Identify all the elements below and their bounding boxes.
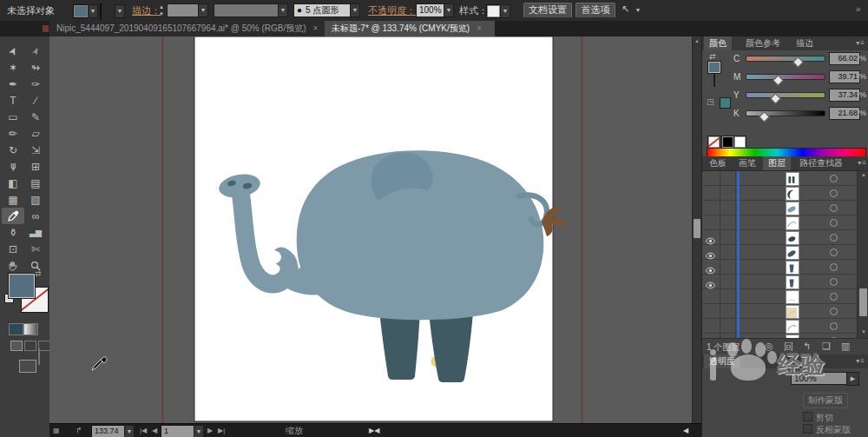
color-mode-button[interactable] [9, 323, 23, 335]
layer-thumbnail[interactable] [786, 290, 799, 304]
gradient-mode-button[interactable] [23, 323, 38, 335]
canvas-area[interactable] [49, 36, 692, 423]
document-setup-button[interactable]: 文档设置 [523, 3, 572, 18]
status-right-arrow-icon[interactable]: ◀ [683, 424, 688, 437]
mesh-tool[interactable]: ▦ [2, 191, 24, 208]
eraser-tool[interactable]: ▱ [24, 125, 47, 142]
tab-swatches[interactable]: 色板 [704, 156, 732, 170]
layer-thumbnail[interactable] [786, 187, 799, 201]
opacity-link[interactable]: 不透明度： [368, 0, 416, 21]
layer-target-icon[interactable] [830, 175, 838, 182]
layer-target-icon[interactable] [830, 278, 838, 286]
screen-mode-button[interactable] [19, 360, 36, 373]
stroke-stepper[interactable]: ▲▼ [159, 3, 164, 17]
slider-track[interactable] [746, 74, 825, 80]
tab-pathfinder[interactable]: 路径查找器 [794, 156, 848, 170]
layer-target-icon[interactable] [830, 189, 838, 197]
pen-tool[interactable]: ✒ [2, 76, 24, 92]
layer-row-3[interactable] [702, 201, 857, 215]
tab-color[interactable]: 颜色 [704, 36, 732, 50]
layer-thumbnail[interactable] [786, 305, 799, 319]
status-grid-icon[interactable]: ▦ [53, 424, 60, 437]
layer-target-icon[interactable] [830, 248, 838, 256]
visibility-eye-icon[interactable] [705, 248, 717, 256]
layer-row-5[interactable] [702, 230, 857, 245]
layer-row-11[interactable] [702, 319, 857, 334]
scale-tool[interactable]: ⇲ [24, 142, 47, 158]
perspective-grid-tool[interactable]: ▤ [24, 175, 47, 191]
clipping-mask-button[interactable]: 回 [784, 341, 793, 354]
selection-tool[interactable]: ➤ [2, 43, 24, 59]
fill-color-swatch[interactable] [73, 4, 89, 18]
select-similar-icon[interactable]: ↖ [621, 3, 629, 15]
invert-mask-checkbox[interactable]: 反相蒙版 [803, 424, 851, 436]
slider-knob[interactable] [773, 75, 784, 86]
document-tab-2[interactable]: 未标题-7* @ 133.74% (CMYK/预览)× [325, 21, 495, 36]
artboard-tool[interactable]: ⊡ [2, 241, 24, 257]
panel-fill-swatch[interactable] [707, 61, 721, 74]
make-mask-button[interactable]: 制作蒙版 [803, 393, 848, 408]
slider-value-field[interactable]: 21.68 [829, 107, 860, 120]
pencil-tool[interactable]: ✏ [2, 125, 24, 142]
artboard-dropdown-icon[interactable]: ▼ [194, 425, 204, 437]
layer-row-1[interactable] [702, 171, 857, 186]
style-swatch[interactable] [486, 4, 501, 18]
layer-target-icon[interactable] [830, 263, 838, 271]
variable-width-field[interactable] [214, 3, 283, 17]
invert-mask-checkbox-box[interactable] [803, 424, 812, 434]
scroll-up-icon[interactable]: ▲ [694, 38, 700, 43]
variable-width-dropdown-icon[interactable]: ▼ [278, 3, 288, 17]
layers-scroll-up-icon[interactable]: ▲ [861, 172, 866, 177]
layer-row-10[interactable] [702, 304, 857, 319]
layer-target-icon[interactable] [830, 293, 838, 301]
out-of-gamut-cube-icon[interactable]: ◳ [707, 97, 714, 106]
magic-wand-tool[interactable]: ✶ [2, 59, 24, 76]
direct-selection-tool[interactable]: ➢ [24, 43, 47, 59]
type-tool[interactable]: T [2, 92, 24, 109]
eyedropper-tool[interactable] [2, 208, 24, 224]
layers-scrollbar-thumb[interactable] [859, 288, 867, 316]
tab-stroke[interactable]: 描边 [791, 36, 819, 50]
slider-knob[interactable] [759, 111, 770, 122]
layers-scrollbar[interactable]: ▲ ▼ [857, 171, 868, 338]
tab-brushes[interactable]: 画笔 [733, 156, 761, 170]
style-dropdown-icon[interactable]: ▼ [500, 4, 510, 18]
new-sublayer-button[interactable]: ↰ [803, 341, 811, 352]
clip-checkbox[interactable]: 剪切 [803, 412, 833, 424]
layer-row-6[interactable] [702, 245, 857, 260]
slider-track[interactable] [746, 92, 825, 98]
tab-layers[interactable]: 图层 [763, 156, 791, 170]
layer-target-icon[interactable] [830, 322, 838, 330]
artboard-first-icon[interactable]: |◀ [140, 424, 147, 437]
stroke-dropdown-icon[interactable]: ▼ [115, 4, 125, 18]
artboard-next-icon[interactable]: ▶ [207, 424, 213, 437]
white-color-chip[interactable] [733, 136, 746, 149]
curvature-tool[interactable]: ✑ [24, 76, 47, 92]
none-color-chip[interactable] [707, 136, 720, 149]
preferences-button[interactable]: 首选项 [575, 3, 615, 18]
layer-thumbnail[interactable] [786, 320, 799, 334]
slider-track[interactable] [746, 56, 825, 62]
transparency-panel-menu-icon[interactable]: ▾≡ [856, 357, 865, 365]
locate-object-button[interactable]: ◎ [765, 341, 773, 352]
width-tool[interactable]: ⋔ [2, 158, 24, 175]
color-panel-menu-icon[interactable]: ▾≡ [856, 39, 865, 47]
opacity-dropdown-icon[interactable]: ▼ [444, 3, 454, 17]
artboard-last-icon[interactable]: ▶| [218, 424, 225, 437]
transparency-opacity-field[interactable]: 100% [791, 372, 848, 385]
stroke-weight-link[interactable]: 描边： [132, 0, 161, 21]
document-tab-2-close-icon[interactable]: × [477, 23, 482, 33]
layer-thumbnail[interactable] [786, 202, 799, 215]
stroke-weight-dropdown-icon[interactable]: ▼ [198, 3, 208, 17]
layer-thumbnail[interactable] [786, 246, 799, 260]
zoom-level-field[interactable]: 133.74 [91, 425, 126, 437]
slice-tool[interactable]: ✄ [24, 241, 47, 257]
symbol-sprayer-tool[interactable]: ⚱ [2, 224, 24, 241]
blend-tool[interactable]: ∞ [24, 208, 47, 224]
layers-scroll-down-icon[interactable]: ▼ [861, 329, 866, 334]
free-transform-tool[interactable]: ⊞ [24, 158, 47, 175]
new-layer-button[interactable]: ❏ [822, 341, 831, 352]
layer-thumbnail[interactable] [786, 231, 799, 245]
slider-track[interactable] [746, 110, 825, 116]
layer-target-icon[interactable] [830, 234, 838, 242]
